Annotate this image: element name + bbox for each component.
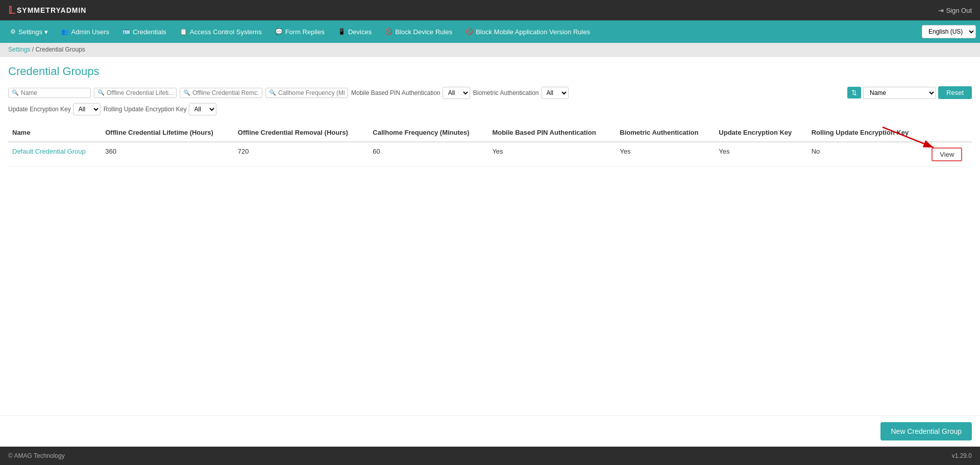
nav-item-block-mobile[interactable]: 🚫 Block Mobile Application Version Rules	[459, 25, 596, 39]
nav-items: ⚙ Settings ▾ 👥 Admin Users 🪪 Credentials…	[4, 25, 596, 39]
logo: 𝕃 SYMMETRYADMIN	[8, 4, 86, 16]
cell-mobile-pin: Yes	[488, 142, 616, 167]
cell-offline-lifetime: 360	[101, 142, 234, 167]
cell-name: Default Credential Group	[8, 142, 101, 167]
form-replies-icon: 💬	[275, 28, 283, 35]
nav-block-device-label: Block Device Rules	[395, 28, 452, 36]
logo-icon: 𝕃	[8, 4, 15, 16]
callhome-filter-input[interactable]	[278, 89, 345, 96]
rolling-enc-filter-select[interactable]: All Yes No	[189, 103, 216, 115]
nav-access-control-label: Access Control Systems	[190, 28, 262, 36]
update-enc-filter-label: Update Encryption Key	[8, 106, 71, 113]
biometric-filter-select[interactable]: All Yes No	[541, 87, 569, 99]
rolling-enc-filter-label: Rolling Update Encryption Key	[104, 106, 187, 113]
credential-groups-table: Name Offline Credential Lifetime (Hours)…	[8, 124, 972, 167]
rolling-enc-filter-group: Rolling Update Encryption Key All Yes No	[104, 103, 216, 115]
nav-block-mobile-label: Block Mobile Application Version Rules	[476, 28, 590, 36]
col-header-update-enc: Update Encryption Key	[715, 124, 807, 142]
filter-row-2: Update Encryption Key All Yes No Rolling…	[8, 103, 972, 115]
update-enc-filter-group: Update Encryption Key All Yes No	[8, 103, 101, 115]
col-header-rolling-enc: Rolling Update Encryption Key	[807, 124, 928, 142]
nav-item-access-control[interactable]: 📋 Access Control Systems	[174, 25, 268, 39]
offline-lifetime-filter-wrap: 🔍	[94, 88, 177, 98]
nav-item-credentials[interactable]: 🪪 Credentials	[116, 25, 173, 39]
sign-out-button[interactable]: ⇥ Sign Out	[938, 7, 972, 14]
footer-copyright: © AMAG Technology	[8, 452, 65, 459]
sign-out-label: Sign Out	[946, 7, 972, 14]
sort-group: ⇅ Name Reset	[847, 86, 972, 99]
callhome-search-icon: 🔍	[269, 89, 276, 96]
admin-users-icon: 👥	[61, 28, 69, 35]
cell-callhome: 60	[369, 142, 488, 167]
nav-item-form-replies[interactable]: 💬 Form Replies	[269, 25, 331, 39]
new-credential-group-button[interactable]: New Credential Group	[880, 422, 972, 440]
cell-update-enc: Yes	[715, 142, 807, 167]
nav-credentials-label: Credentials	[133, 28, 166, 36]
mobile-pin-filter-group: Mobile Based PIN Authentication All Yes …	[351, 87, 470, 99]
nav-item-settings[interactable]: ⚙ Settings ▾	[4, 25, 54, 39]
top-header: 𝕃 SYMMETRYADMIN ⇥ Sign Out	[0, 0, 980, 20]
footer-version: v1.29.0	[952, 452, 972, 459]
col-header-name: Name	[8, 124, 101, 142]
nav-form-replies-label: Form Replies	[285, 28, 325, 36]
table-row: Default Credential Group36072060YesYesYe…	[8, 142, 972, 167]
nav-bar: ⚙ Settings ▾ 👥 Admin Users 🪪 Credentials…	[0, 20, 980, 43]
sort-select[interactable]: Name	[863, 87, 936, 99]
col-header-mobile-pin: Mobile Based PIN Authentication	[488, 124, 616, 142]
name-search-icon: 🔍	[12, 89, 19, 96]
cell-offline-removal: 720	[234, 142, 369, 167]
nav-item-block-device-rules[interactable]: 🚫 Block Device Rules	[379, 25, 458, 39]
col-header-biometric: Biometric Authentication	[616, 124, 715, 142]
nav-settings-label: Settings ▾	[18, 28, 48, 36]
bottom-action-bar: New Credential Group	[0, 415, 980, 447]
name-filter-input[interactable]	[21, 89, 87, 96]
nav-devices-label: Devices	[348, 28, 372, 36]
name-filter-wrap: 🔍	[8, 88, 91, 98]
cell-action: View	[927, 142, 972, 167]
sign-out-icon: ⇥	[938, 7, 944, 14]
nav-item-devices[interactable]: 📱 Devices	[332, 25, 378, 39]
credentials-icon: 🪪	[122, 28, 130, 35]
offline-removal-filter-input[interactable]	[192, 89, 259, 96]
offline-lifetime-filter-input[interactable]	[107, 89, 173, 96]
page-title: Credential Groups	[8, 65, 972, 78]
breadcrumb-current: Credential Groups	[35, 46, 85, 53]
language-dropdown[interactable]: English (US)	[922, 25, 976, 38]
devices-icon: 📱	[338, 28, 346, 35]
access-control-icon: 📋	[180, 28, 187, 35]
biometric-filter-group: Biometric Authentication All Yes No	[473, 87, 569, 99]
nav-item-admin-users[interactable]: 👥 Admin Users	[55, 25, 115, 39]
biometric-filter-label: Biometric Authentication	[473, 89, 539, 96]
col-header-callhome: Callhome Frequency (Minutes)	[369, 124, 488, 142]
offline-lifetime-search-icon: 🔍	[97, 89, 105, 96]
nav-admin-users-label: Admin Users	[71, 28, 109, 36]
logo-text: SYMMETRYADMIN	[17, 6, 86, 14]
offline-removal-search-icon: 🔍	[183, 89, 190, 96]
footer: © AMAG Technology v1.29.0	[0, 447, 980, 465]
row-name-link[interactable]: Default Credential Group	[12, 148, 86, 155]
language-selector[interactable]: English (US)	[922, 25, 976, 38]
offline-removal-filter-wrap: 🔍	[180, 88, 262, 98]
view-button[interactable]: View	[932, 148, 962, 161]
mobile-pin-filter-label: Mobile Based PIN Authentication	[351, 89, 440, 96]
breadcrumb-settings[interactable]: Settings	[8, 46, 30, 53]
block-device-icon: 🚫	[385, 28, 393, 35]
cell-rolling-enc: No	[807, 142, 928, 167]
callhome-filter-wrap: 🔍	[265, 88, 348, 98]
settings-icon: ⚙	[10, 28, 16, 35]
reset-button[interactable]: Reset	[938, 86, 972, 99]
main-content: Credential Groups 🔍 🔍 🔍 🔍 Mobile Based P…	[0, 57, 980, 415]
update-enc-filter-select[interactable]: All Yes No	[73, 103, 101, 115]
filter-row-1: 🔍 🔍 🔍 🔍 Mobile Based PIN Authentication …	[8, 86, 972, 99]
col-header-offline-lifetime: Offline Credential Lifetime (Hours)	[101, 124, 234, 142]
block-mobile-icon: 🚫	[465, 28, 473, 35]
col-header-action	[927, 124, 972, 142]
sort-icon-button[interactable]: ⇅	[847, 87, 861, 99]
table-header-row: Name Offline Credential Lifetime (Hours)…	[8, 124, 972, 142]
cell-biometric: Yes	[616, 142, 715, 167]
col-header-offline-removal: Offline Credential Removal (Hours)	[234, 124, 369, 142]
breadcrumb: Settings / Credential Groups	[0, 43, 980, 57]
mobile-pin-filter-select[interactable]: All Yes No	[443, 87, 470, 99]
